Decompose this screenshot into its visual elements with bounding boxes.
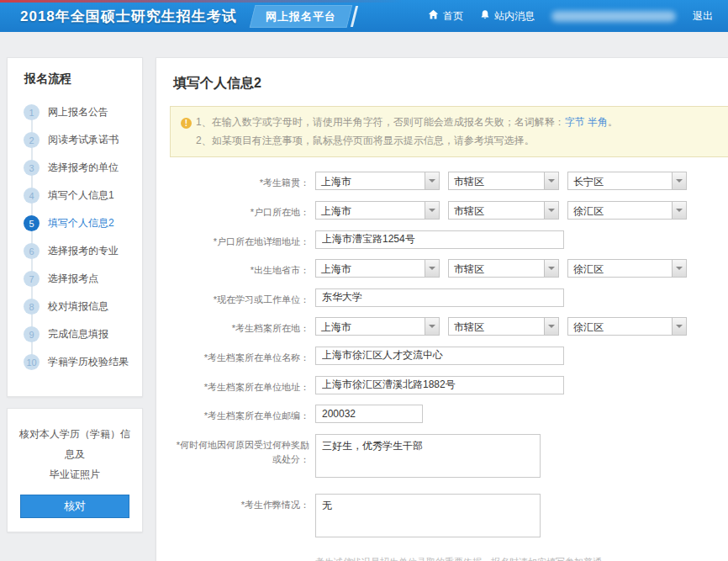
- select-value: 市辖区: [449, 202, 544, 219]
- select-value: 上海市: [316, 260, 425, 277]
- verify-button[interactable]: 核对: [20, 495, 129, 518]
- form-row-archive-unit-name: *考生档案所在单位名称：: [170, 347, 728, 366]
- archive-unit-zip-label: *考生档案所在单位邮编：: [170, 405, 309, 424]
- step-number: 8: [24, 299, 40, 315]
- notice-item-2: 2、如某项目有注意事项，鼠标悬停页面将显示提示信息，请参考填写选择。: [181, 131, 728, 150]
- verify-text-line1: 核对本人学历（学籍）信息及: [16, 424, 134, 464]
- select-value: 上海市: [316, 172, 425, 189]
- awards-label: *何时何地因何原因受过何种奖励 或处分：: [170, 434, 309, 468]
- personal-info-form: *考生籍贯： 上海市 市辖区 长宁区: [170, 172, 728, 537]
- chevron-down-icon: [425, 318, 439, 335]
- hukou-city-select[interactable]: 市辖区: [448, 201, 559, 220]
- verify-education-card: 核对本人学历（学籍）信息及 毕业证照片 核对: [7, 408, 143, 532]
- sidebar: 报名流程 1 网上报名公告 2 阅读考试承诺书 3 选择报考的单位 4 填写个人…: [7, 57, 143, 532]
- step-label: 选择报考的单位: [48, 161, 119, 175]
- origin-city-select[interactable]: 市辖区: [448, 172, 559, 190]
- warning-icon: !: [181, 118, 192, 129]
- form-row-cheating: *考生作弊情况： 无: [170, 494, 728, 537]
- cheating-textarea[interactable]: 无: [315, 494, 541, 537]
- step-label: 网上报名公告: [48, 105, 108, 119]
- select-value: 市辖区: [449, 260, 544, 277]
- sidebar-step-2[interactable]: 2 阅读考试承诺书: [8, 126, 142, 154]
- select-value: 徐汇区: [568, 202, 672, 219]
- step-number: 7: [24, 271, 40, 287]
- step-label: 填写个人信息2: [48, 216, 114, 230]
- step-number: 2: [24, 132, 40, 148]
- sidebar-step-6[interactable]: 6 选择报考的专业: [8, 237, 142, 265]
- nav-messages[interactable]: 站内消息: [480, 9, 535, 24]
- form-row-birthplace: *出生地省市： 上海市 市辖区 徐汇区: [170, 259, 728, 278]
- home-icon: [428, 9, 439, 23]
- form-row-archive-unit-address: *考生档案所在单位地址：: [170, 376, 728, 395]
- step-label: 校对填报信息: [48, 299, 108, 314]
- sidebar-step-3[interactable]: 3 选择报考的单位: [8, 154, 142, 182]
- archive-unit-zip-input[interactable]: [315, 405, 423, 423]
- chevron-down-icon: [425, 172, 439, 189]
- step-number: 6: [24, 243, 40, 259]
- sidebar-step-9[interactable]: 9 完成信息填报: [8, 320, 142, 348]
- step-number: 4: [24, 188, 40, 204]
- step-number: 3: [24, 160, 40, 176]
- awards-label-line1: *何时何地因何原因受过何种奖励: [170, 438, 309, 453]
- archive-district-select[interactable]: 徐汇区: [567, 317, 687, 336]
- form-row-hukou-address: *户口所在地详细地址：: [170, 230, 728, 250]
- verify-card-text: 核对本人学历（学籍）信息及 毕业证照片: [16, 424, 134, 484]
- archive-unit-name-label: *考生档案所在单位名称：: [170, 347, 309, 366]
- top-red-strip: [0, 0, 404, 3]
- sidebar-step-1[interactable]: 1 网上报名公告: [8, 98, 142, 126]
- integrity-help-text: 考生诚信状况是招生单位录取的重要依据，报名时请如实填写参加普通 士研究生招生考试…: [315, 553, 728, 561]
- step-label: 选择报考的专业: [48, 244, 119, 258]
- select-value: 市辖区: [449, 318, 544, 335]
- chevron-down-icon: [544, 202, 558, 219]
- archive-location-label: *考生档案所在地：: [170, 317, 309, 336]
- notice-item-1: !1、在输入数字或字母时，请使用半角字符，否则可能会造成报名失败；名词解释：字节…: [181, 113, 728, 131]
- archive-province-select[interactable]: 上海市: [315, 317, 440, 336]
- form-row-work-unit: *现在学习或工作单位：: [170, 288, 728, 308]
- birthplace-city-select[interactable]: 市辖区: [448, 259, 559, 278]
- notice-box: !1、在输入数字或字母时，请使用半角字符，否则可能会造成报名失败；名词解释：字节…: [170, 106, 728, 157]
- glossary-link-halfwidth[interactable]: 半角: [588, 116, 608, 128]
- archive-unit-name-input[interactable]: [315, 347, 564, 365]
- birthplace-province-select[interactable]: 上海市: [315, 259, 440, 278]
- archive-unit-address-input[interactable]: [315, 376, 564, 394]
- origin-province-select[interactable]: 上海市: [315, 172, 440, 190]
- form-row-awards: *何时何地因何原因受过何种奖励 或处分： 三好生，优秀学生干部: [170, 434, 728, 478]
- step-label: 完成信息填报: [48, 327, 108, 341]
- step-label: 阅读考试承诺书: [48, 133, 119, 147]
- nav-home[interactable]: 首页: [428, 9, 463, 24]
- hukou-district-select[interactable]: 徐汇区: [567, 201, 687, 220]
- glossary-link-byte[interactable]: 字节: [565, 116, 585, 128]
- top-header: 2018年全国硕士研究生招生考试 网上报名平台 首页 站内消息 退出: [0, 0, 728, 32]
- select-value: 徐汇区: [568, 260, 672, 277]
- archive-city-select[interactable]: 市辖区: [448, 317, 559, 336]
- logout-button[interactable]: 退出: [693, 9, 713, 24]
- page-title: 填写个人信息2: [173, 75, 728, 93]
- notice-item-1-end: 。: [608, 116, 618, 128]
- chevron-down-icon: [672, 172, 686, 189]
- sidebar-step-5-active[interactable]: 5 填写个人信息2: [8, 209, 142, 237]
- origin-district-select[interactable]: 长宁区: [567, 172, 687, 190]
- sidebar-step-10[interactable]: 10 学籍学历校验结果: [8, 348, 142, 376]
- hukou-label: *户口所在地：: [170, 201, 309, 220]
- work-unit-input[interactable]: [315, 288, 564, 307]
- select-value: 上海市: [316, 202, 425, 219]
- step-label: 学籍学历校验结果: [48, 355, 129, 369]
- step-number: 9: [24, 326, 40, 342]
- awards-textarea[interactable]: 三好生，优秀学生干部: [315, 434, 541, 478]
- flow-steps: 1 网上报名公告 2 阅读考试承诺书 3 选择报考的单位 4 填写个人信息1 5: [8, 98, 142, 376]
- chevron-down-icon: [425, 202, 439, 219]
- birthplace-district-select[interactable]: 徐汇区: [567, 259, 687, 278]
- platform-badge: 网上报名平台: [249, 5, 352, 28]
- sidebar-step-7[interactable]: 7 选择报考点: [8, 265, 142, 293]
- hukou-address-input[interactable]: [315, 230, 564, 249]
- main-panel: 填写个人信息2 !1、在输入数字或字母时，请使用半角字符，否则可能会造成报名失败…: [156, 57, 728, 561]
- select-value: 市辖区: [449, 172, 544, 189]
- hukou-province-select[interactable]: 上海市: [315, 201, 440, 220]
- origin-label: *考生籍贯：: [170, 172, 309, 191]
- hukou-address-label: *户口所在地详细地址：: [170, 230, 309, 250]
- sidebar-step-4[interactable]: 4 填写个人信息1: [8, 182, 142, 209]
- select-value: 徐汇区: [568, 318, 672, 335]
- chevron-down-icon: [672, 260, 686, 277]
- select-value: 上海市: [316, 318, 425, 335]
- sidebar-step-8[interactable]: 8 校对填报信息: [8, 293, 142, 320]
